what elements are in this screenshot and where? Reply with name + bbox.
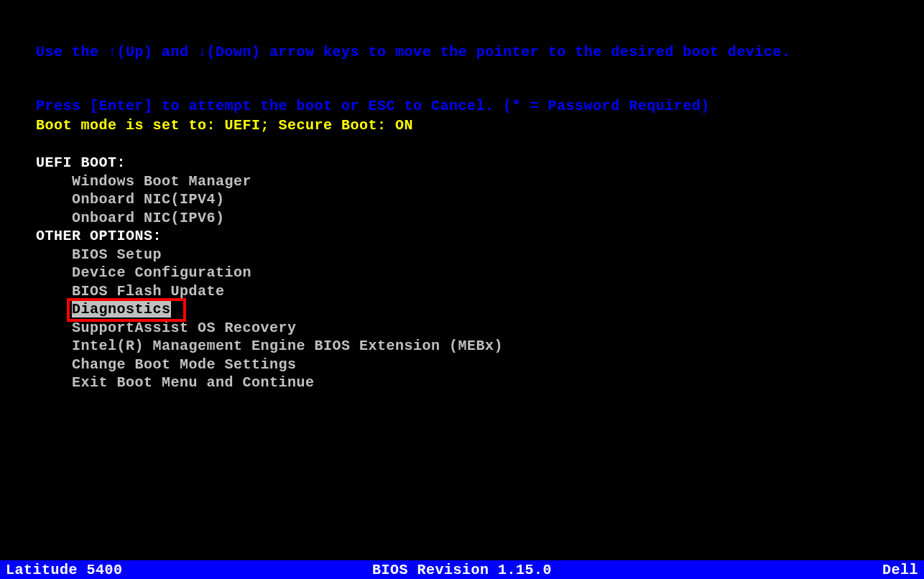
other-options-header: OTHER OPTIONS: xyxy=(36,227,503,246)
menu-item-bios-setup[interactable]: BIOS Setup xyxy=(36,246,503,264)
bios-boot-menu: Use the ↑(Up) and ↓(Down) arrow keys to … xyxy=(0,0,924,579)
menu-item-diagnostics[interactable]: Diagnostics xyxy=(36,300,503,319)
instructions-line1: Use the ↑(Up) and ↓(Down) arrow keys to … xyxy=(36,43,790,61)
footer-bar: Latitude 5400 BIOS Revision 1.15.0 Dell xyxy=(0,560,924,579)
boot-menu: UEFI BOOT: Windows Boot Manager Onboard … xyxy=(36,154,503,392)
menu-item-exit-boot-menu[interactable]: Exit Boot Menu and Continue xyxy=(36,374,503,392)
instructions-line2: Press [Enter] to attempt the boot or ESC… xyxy=(36,97,790,115)
boot-mode-status: Boot mode is set to: UEFI; Secure Boot: … xyxy=(36,117,413,134)
menu-item-change-boot-mode[interactable]: Change Boot Mode Settings xyxy=(36,356,503,374)
up-arrow-icon: ↑ xyxy=(108,44,117,60)
menu-item-bios-flash-update[interactable]: BIOS Flash Update xyxy=(36,282,503,301)
menu-item-onboard-nic-ipv6[interactable]: Onboard NIC(IPV6) xyxy=(36,209,503,228)
menu-item-intel-mebx[interactable]: Intel(R) Management Engine BIOS Extensio… xyxy=(36,337,503,356)
down-arrow-icon: ↓ xyxy=(198,44,207,60)
footer-bios-revision: BIOS Revision 1.15.0 xyxy=(372,562,552,578)
footer-model: Latitude 5400 xyxy=(6,562,123,578)
menu-item-device-configuration[interactable]: Device Configuration xyxy=(36,264,503,282)
menu-item-supportassist-os-recovery[interactable]: SupportAssist OS Recovery xyxy=(36,319,503,338)
menu-item-onboard-nic-ipv4[interactable]: Onboard NIC(IPV4) xyxy=(36,190,503,209)
uefi-boot-header: UEFI BOOT: xyxy=(36,154,503,172)
footer-vendor: Dell xyxy=(882,562,918,578)
menu-item-windows-boot-manager[interactable]: Windows Boot Manager xyxy=(36,172,503,191)
